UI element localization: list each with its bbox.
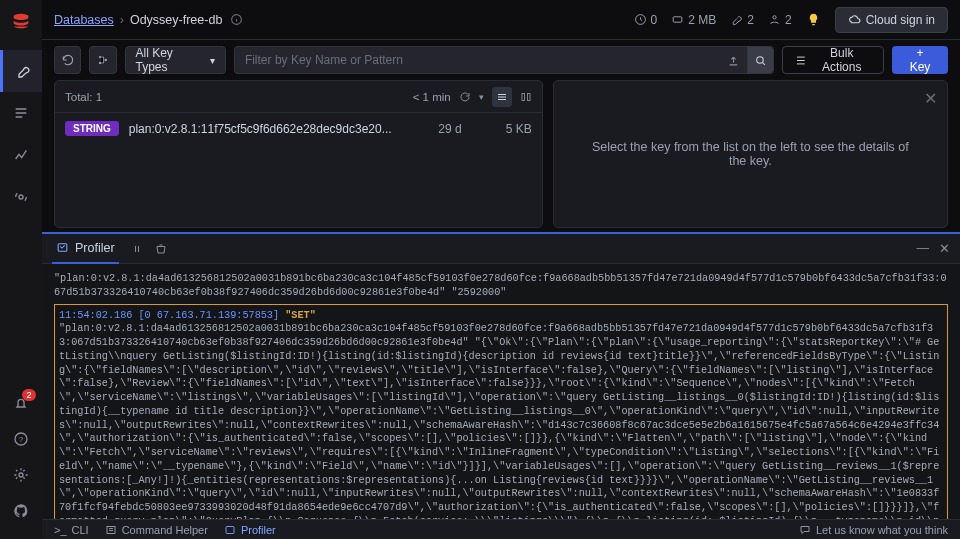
chevron-down-icon[interactable]: ▾: [479, 92, 484, 102]
nav-help-icon[interactable]: ?: [0, 421, 42, 457]
list-view-icon[interactable]: [492, 87, 512, 107]
svg-point-8: [99, 56, 101, 58]
key-ttl: 29 d: [402, 122, 462, 136]
type-badge: STRING: [65, 121, 119, 136]
nav-analytics-icon[interactable]: [0, 134, 42, 176]
breadcrumb: Databases › Odyssey-free-db: [54, 13, 243, 27]
profiler-panel: Profiler — ✕ "plan:0:v2.8.1:da4ad6132568…: [42, 232, 960, 519]
stat-clients: 2: [768, 13, 792, 27]
key-name: plan:0:v2.8.1:11f75cf5c9f6d662e28dec9dc3…: [129, 122, 392, 136]
breadcrumb-current: Odyssey-free-db: [130, 13, 222, 27]
nav-notifications-icon[interactable]: 2: [0, 385, 42, 421]
pause-icon[interactable]: [131, 243, 143, 255]
info-icon[interactable]: [230, 13, 243, 26]
profiler-highlighted-entry: 11:54:02.186 [0 67.163.71.139:57853] "SE…: [54, 304, 948, 519]
filter-input-wrap: [234, 46, 774, 74]
minimize-icon[interactable]: —: [917, 241, 930, 256]
stat-memory: 2 MB: [671, 13, 716, 27]
header-stats: 0 2 MB 2 2 Cloud sign in: [634, 7, 948, 33]
details-panel: ✕ Select the key from the list on the le…: [553, 80, 948, 228]
footer-feedback[interactable]: Let us know what you think: [799, 524, 948, 536]
svg-text:?: ?: [19, 435, 23, 444]
footer: >_ CLI Command Helper Profiler Let us kn…: [42, 519, 960, 539]
clear-icon[interactable]: [155, 243, 167, 255]
terminal-icon: >_: [54, 524, 67, 536]
svg-rect-13: [527, 93, 530, 100]
header: Databases › Odyssey-free-db 0 2 MB 2 2 C…: [42, 0, 960, 40]
profiler-header: Profiler — ✕: [42, 234, 960, 264]
nav-keys-icon[interactable]: [0, 50, 42, 92]
svg-rect-16: [226, 526, 234, 533]
search-icon[interactable]: [747, 47, 773, 73]
svg-rect-12: [522, 93, 525, 100]
add-key-button[interactable]: + Key: [892, 46, 948, 74]
svg-point-9: [99, 62, 101, 64]
key-row[interactable]: STRING plan:0:v2.8.1:11f75cf5c9f6d662e28…: [55, 113, 542, 144]
columns-icon[interactable]: [520, 91, 532, 103]
keys-panel: Total: 1 < 1 min ▾ STRING plan:0:v2.8.1:…: [54, 80, 543, 228]
filter-bar: All Key Types ▾ Bulk Actions + Key: [42, 40, 960, 80]
scan-time: < 1 min: [413, 91, 451, 103]
nav-pubsub-icon[interactable]: [0, 176, 42, 218]
nav-sidebar: 2 ?: [0, 0, 42, 539]
details-empty-text: Select the key from the list on the left…: [554, 140, 947, 168]
profiler-timestamp: 11:54:02.186 [0 67.163.71.139:57853]: [59, 310, 279, 321]
close-icon[interactable]: ✕: [939, 241, 950, 256]
svg-rect-15: [107, 526, 115, 533]
svg-point-11: [757, 56, 764, 63]
nav-workbench-icon[interactable]: [0, 92, 42, 134]
profiler-tab[interactable]: Profiler: [52, 234, 119, 264]
breadcrumb-root-link[interactable]: Databases: [54, 13, 114, 27]
refresh-icon[interactable]: [459, 91, 471, 103]
close-icon[interactable]: ✕: [924, 89, 937, 108]
profiler-payload: "plan:0:v2.8.1:da4ad613256812502a0031b89…: [59, 322, 943, 519]
stat-cpu: 0: [634, 13, 658, 27]
nav-settings-icon[interactable]: [0, 457, 42, 493]
logo-icon: [10, 10, 32, 32]
footer-command-helper[interactable]: Command Helper: [105, 524, 208, 536]
stat-keys: 2: [730, 13, 754, 27]
profiler-command: "SET": [285, 310, 316, 321]
filter-input[interactable]: [235, 53, 721, 67]
nav-github-icon[interactable]: [0, 493, 42, 529]
main-split: Total: 1 < 1 min ▾ STRING plan:0:v2.8.1:…: [42, 80, 960, 228]
footer-profiler[interactable]: Profiler: [224, 524, 276, 536]
tree-view-button[interactable]: [89, 46, 116, 74]
keys-panel-header: Total: 1 < 1 min ▾: [55, 81, 542, 113]
svg-point-7: [773, 16, 776, 19]
key-type-select[interactable]: All Key Types ▾: [125, 46, 226, 74]
key-size: 5 KB: [472, 122, 532, 136]
bulk-actions-button[interactable]: Bulk Actions: [782, 46, 884, 74]
svg-point-3: [19, 473, 23, 477]
svg-point-0: [19, 195, 23, 199]
profiler-body: "plan:0:v2.8.1:da4ad613256812502a0031b89…: [42, 264, 960, 519]
bulb-icon[interactable]: [806, 12, 821, 27]
total-label: Total: 1: [65, 91, 102, 103]
chevron-down-icon: ▾: [210, 55, 215, 66]
svg-point-10: [105, 59, 107, 61]
cloud-signin-button[interactable]: Cloud sign in: [835, 7, 948, 33]
notif-badge: 2: [22, 389, 35, 401]
profiler-line-prev: "plan:0:v2.8.1:da4ad613256812502a0031b89…: [54, 272, 948, 300]
upload-icon[interactable]: [721, 54, 747, 67]
refresh-button[interactable]: [54, 46, 81, 74]
footer-cli[interactable]: >_ CLI: [54, 524, 89, 536]
chevron-right-icon: ›: [120, 13, 124, 27]
svg-rect-6: [673, 17, 682, 22]
